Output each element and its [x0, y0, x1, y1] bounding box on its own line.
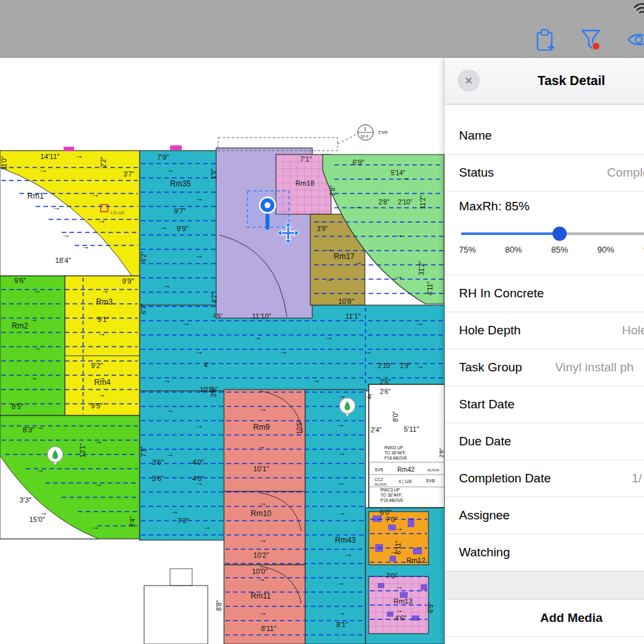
svg-text:→: →: [81, 242, 90, 251]
svg-text:Rm9: Rm9: [253, 423, 270, 432]
field-hole-depth[interactable]: Hole Depth Hole Depth: [445, 312, 644, 349]
svg-text:→: →: [36, 465, 44, 475]
field-watching[interactable]: Watching: [445, 534, 644, 571]
svg-text:Rm18: Rm18: [295, 179, 314, 187]
svg-text:7'8″: 7'8″: [329, 185, 336, 196]
svg-text:→: →: [395, 230, 403, 240]
panel-header: ✕ Task Detail: [445, 57, 644, 105]
svg-text:3'9″: 3'9″: [317, 225, 328, 232]
svg-text:9'9″: 9'9″: [122, 277, 134, 285]
svg-text:1: 1: [364, 126, 367, 132]
svg-text:→: →: [395, 523, 403, 533]
svg-text:4'0″: 4'0″: [192, 458, 204, 466]
svg-text:→: →: [312, 375, 320, 385]
svg-text:7'0″: 7'0″: [386, 572, 397, 580]
filter-icon[interactable]: [580, 29, 602, 52]
task-group-value: Vinyl install ph: [555, 360, 634, 375]
svg-text:3'3″: 3'3″: [19, 496, 31, 504]
svg-text:7'9″: 7'9″: [157, 153, 169, 161]
maxrh-slider-fill: [461, 232, 560, 235]
field-completion-date[interactable]: Completion Date 1/: [445, 460, 644, 497]
field-due-date[interactable]: Due Date: [445, 423, 644, 460]
svg-text:→: →: [401, 173, 410, 182]
svg-text:11'0″: 11'0″: [1, 156, 8, 170]
field-task-group[interactable]: Task Group Vinyl install ph: [445, 349, 644, 386]
svg-text:3'7″: 3'7″: [123, 171, 134, 178]
svg-text:→: →: [395, 582, 403, 591]
svg-text:2'4″: 2'4″: [129, 516, 136, 527]
svg-text:→: →: [166, 165, 174, 175]
field-status[interactable]: Status Completed: [445, 155, 644, 192]
field-label: Task Group: [459, 360, 522, 375]
svg-text:Rm1: Rm1: [27, 192, 44, 201]
svg-text:→: →: [257, 441, 266, 451]
svg-text:→: →: [97, 373, 106, 382]
add-media-button[interactable]: Add Media: [445, 600, 644, 637]
svg-text:2'8″: 2'8″: [378, 199, 390, 206]
svg-text:7'1″: 7'1″: [140, 446, 147, 457]
eye-icon[interactable]: [627, 30, 644, 49]
svg-text:10'2″: 10'2″: [253, 551, 269, 559]
svg-text:→: →: [338, 508, 346, 517]
svg-text:Rm43: Rm43: [335, 536, 356, 545]
field-maxrh: MaxRh: 85% 75% 80% 85% 90% 95%: [445, 192, 644, 275]
svg-text:P18 ABOVE: P18 ABOVE: [384, 456, 408, 460]
svg-text:→: →: [166, 449, 174, 459]
svg-text:Rm11: Rm11: [251, 591, 271, 601]
field-label: Due Date: [459, 434, 511, 449]
svg-text:→: →: [325, 244, 333, 254]
svg-text:2'4″: 2'4″: [371, 427, 382, 434]
svg-text:→: →: [29, 373, 38, 382]
svg-text:4'11″: 4'11″: [427, 281, 434, 295]
svg-text:→: →: [257, 574, 266, 584]
svg-text:→: →: [395, 605, 403, 615]
maxrh-slider-thumb[interactable]: [552, 227, 567, 241]
clipboard-add-icon[interactable]: [532, 27, 558, 53]
hole-depth-placeholder: Hole Depth: [622, 323, 644, 338]
svg-text:→: →: [203, 522, 211, 532]
svg-text:→: →: [39, 508, 47, 517]
svg-text:→: →: [364, 347, 372, 356]
svg-text:→: →: [390, 547, 398, 556]
svg-text:→: →: [97, 328, 106, 338]
svg-text:→: →: [253, 332, 262, 342]
svg-text:→: →: [162, 280, 171, 290]
svg-text:→: →: [91, 522, 99, 532]
svg-text:3'6″: 3'6″: [152, 458, 164, 466]
svg-text:14'11″: 14'11″: [40, 153, 60, 160]
svg-text:→: →: [325, 274, 333, 284]
field-label: Name: [459, 129, 492, 143]
field-rh-in-concrete[interactable]: RH In Concrete: [445, 275, 644, 312]
maxrh-label: MaxRh: 85%: [459, 199, 530, 214]
svg-text:13'1″: 13'1″: [79, 443, 86, 458]
svg-text:→: →: [162, 375, 171, 385]
svg-text:→: →: [101, 286, 109, 295]
svg-text:8'5″: 8'5″: [12, 402, 23, 410]
svg-text:→: →: [32, 286, 41, 295]
slider-tick: 80%: [505, 245, 522, 254]
slider-tick: 75%: [459, 245, 476, 254]
svg-text:1'9″: 1'9″: [210, 168, 217, 179]
svg-text:CC2: CC2: [375, 477, 383, 482]
svg-text:→: →: [97, 216, 106, 225]
svg-text:Rm17: Rm17: [334, 252, 354, 261]
svg-text:→: →: [258, 404, 267, 414]
svg-text:→: →: [52, 203, 60, 212]
field-assignee[interactable]: Assignee: [445, 497, 644, 534]
section-gap: [445, 571, 644, 600]
slider-tick: 90%: [597, 245, 614, 254]
field-start-date[interactable]: Start Date: [445, 386, 644, 423]
svg-text:8'11″: 8'11″: [261, 625, 277, 632]
svg-text:→: →: [62, 230, 70, 240]
svg-text:3'6″: 3'6″: [152, 475, 164, 482]
close-button[interactable]: ✕: [458, 69, 480, 92]
svg-text:Rm10: Rm10: [251, 509, 271, 518]
svg-text:P16 ABOVE: P16 ABOVE: [380, 498, 404, 502]
svg-text:→: →: [336, 578, 345, 588]
field-name[interactable]: Name: [445, 118, 644, 155]
svg-text:→: →: [91, 190, 99, 199]
slider-tick: 85%: [551, 245, 568, 254]
svg-text:→: →: [75, 151, 83, 160]
svg-text:SV5: SV5: [375, 467, 383, 472]
svg-text:SVB: SVB: [426, 478, 435, 483]
